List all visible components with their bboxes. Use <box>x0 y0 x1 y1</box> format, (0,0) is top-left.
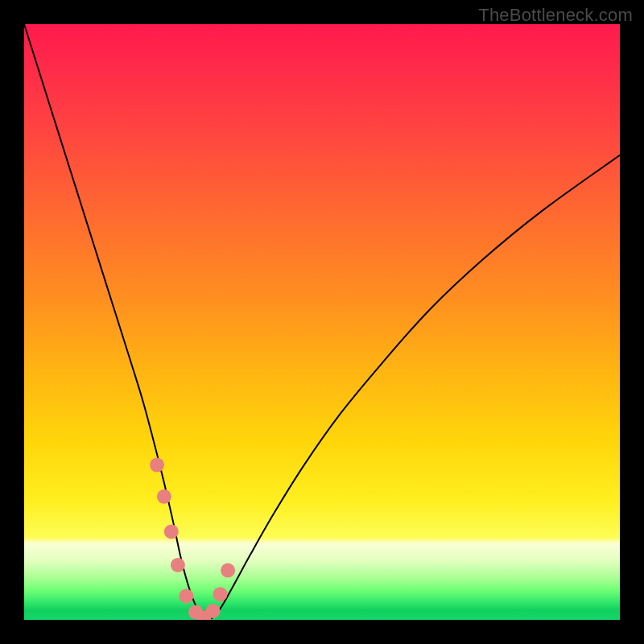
bottleneck-marker <box>179 588 193 603</box>
bottleneck-marker <box>221 564 235 578</box>
bottleneck-marker <box>213 587 227 601</box>
bottleneck-marker <box>150 458 164 473</box>
watermark-text: TheBottleneck.com <box>478 5 633 26</box>
bottleneck-marker <box>164 524 179 539</box>
plot-area <box>24 24 620 620</box>
curve-layer <box>24 24 620 620</box>
bottleneck-marker <box>171 558 185 572</box>
bottleneck-curve <box>24 24 620 619</box>
chart-frame: TheBottleneck.com <box>0 0 644 644</box>
bottleneck-marker <box>206 604 221 618</box>
marker-group <box>150 458 235 620</box>
bottleneck-marker <box>157 489 171 504</box>
